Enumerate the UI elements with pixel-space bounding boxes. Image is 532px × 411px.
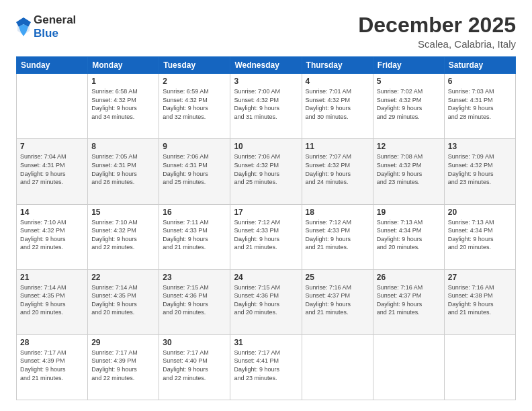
table-row: 23Sunrise: 7:15 AM Sunset: 4:36 PM Dayli… (159, 269, 230, 334)
table-row: 5Sunrise: 7:02 AM Sunset: 4:32 PM Daylig… (373, 74, 444, 139)
day-number: 26 (377, 273, 441, 282)
cell-info: Sunrise: 7:12 AM Sunset: 4:33 PM Dayligh… (306, 218, 369, 252)
calendar-week-5: 28Sunrise: 7:17 AM Sunset: 4:39 PM Dayli… (17, 334, 516, 400)
cell-info: Sunrise: 7:17 AM Sunset: 4:39 PM Dayligh… (20, 349, 84, 382)
table-row: 29Sunrise: 7:17 AM Sunset: 4:39 PM Dayli… (88, 334, 159, 400)
day-number: 7 (20, 142, 84, 151)
cell-info: Sunrise: 7:16 AM Sunset: 4:38 PM Dayligh… (448, 283, 512, 317)
day-number: 10 (234, 142, 298, 151)
title-block: December 2025 Scalea, Calabria, Italy (358, 13, 516, 50)
table-row: 30Sunrise: 7:17 AM Sunset: 4:40 PM Dayli… (159, 334, 230, 400)
cell-info: Sunrise: 7:03 AM Sunset: 4:31 PM Dayligh… (448, 87, 512, 121)
table-row: 28Sunrise: 7:17 AM Sunset: 4:39 PM Dayli… (17, 334, 88, 400)
cell-info: Sunrise: 7:12 AM Sunset: 4:33 PM Dayligh… (234, 218, 298, 252)
day-number: 19 (377, 208, 441, 217)
table-row: 22Sunrise: 7:14 AM Sunset: 4:35 PM Dayli… (88, 269, 159, 334)
day-number: 18 (306, 208, 369, 217)
cell-info: Sunrise: 7:13 AM Sunset: 4:34 PM Dayligh… (377, 218, 441, 252)
col-wednesday: Wednesday (230, 57, 302, 74)
calendar-table: Sunday Monday Tuesday Wednesday Thursday… (16, 56, 516, 400)
month-title: December 2025 (358, 13, 516, 37)
col-tuesday: Tuesday (159, 57, 230, 74)
calendar-week-3: 14Sunrise: 7:10 AM Sunset: 4:32 PM Dayli… (17, 204, 516, 269)
table-row: 18Sunrise: 7:12 AM Sunset: 4:33 PM Dayli… (302, 204, 373, 269)
table-row: 11Sunrise: 7:07 AM Sunset: 4:32 PM Dayli… (302, 139, 373, 204)
table-row: 26Sunrise: 7:16 AM Sunset: 4:37 PM Dayli… (373, 269, 444, 334)
day-number: 23 (163, 273, 226, 282)
cell-info: Sunrise: 7:14 AM Sunset: 4:35 PM Dayligh… (91, 283, 155, 317)
day-number: 17 (234, 208, 298, 217)
table-row (373, 334, 444, 400)
table-row: 7Sunrise: 7:04 AM Sunset: 4:31 PM Daylig… (17, 139, 88, 204)
page: General Blue December 2025 Scalea, Calab… (0, 0, 532, 411)
logo-general: General (34, 13, 76, 27)
logo-text: General Blue (34, 13, 76, 40)
table-row: 12Sunrise: 7:08 AM Sunset: 4:32 PM Dayli… (373, 139, 444, 204)
cell-info: Sunrise: 7:09 AM Sunset: 4:32 PM Dayligh… (448, 152, 512, 186)
day-number: 20 (448, 208, 512, 217)
day-number: 30 (163, 338, 226, 347)
table-row (17, 74, 88, 139)
logo-icon (16, 17, 31, 36)
day-number: 21 (20, 273, 84, 282)
col-saturday: Saturday (444, 57, 515, 74)
table-row: 14Sunrise: 7:10 AM Sunset: 4:32 PM Dayli… (17, 204, 88, 269)
table-row: 2Sunrise: 6:59 AM Sunset: 4:32 PM Daylig… (159, 74, 230, 139)
cell-info: Sunrise: 7:01 AM Sunset: 4:32 PM Dayligh… (306, 87, 369, 121)
calendar-week-4: 21Sunrise: 7:14 AM Sunset: 4:35 PM Dayli… (17, 269, 516, 334)
cell-info: Sunrise: 7:16 AM Sunset: 4:37 PM Dayligh… (377, 283, 441, 317)
day-number: 28 (20, 338, 84, 347)
day-number: 27 (448, 273, 512, 282)
cell-info: Sunrise: 7:00 AM Sunset: 4:32 PM Dayligh… (234, 87, 298, 121)
table-row: 27Sunrise: 7:16 AM Sunset: 4:38 PM Dayli… (444, 269, 515, 334)
day-number: 22 (91, 273, 155, 282)
day-number: 25 (306, 273, 369, 282)
day-number: 9 (163, 142, 226, 151)
calendar-week-1: 1Sunrise: 6:58 AM Sunset: 4:32 PM Daylig… (17, 74, 516, 139)
cell-info: Sunrise: 7:11 AM Sunset: 4:33 PM Dayligh… (163, 218, 226, 252)
day-number: 15 (91, 208, 155, 217)
table-row: 25Sunrise: 7:16 AM Sunset: 4:37 PM Dayli… (302, 269, 373, 334)
day-number: 14 (20, 208, 84, 217)
location: Scalea, Calabria, Italy (358, 38, 516, 50)
cell-info: Sunrise: 6:59 AM Sunset: 4:32 PM Dayligh… (163, 87, 226, 121)
table-row: 6Sunrise: 7:03 AM Sunset: 4:31 PM Daylig… (444, 74, 515, 139)
cell-info: Sunrise: 7:14 AM Sunset: 4:35 PM Dayligh… (20, 283, 84, 317)
table-row: 21Sunrise: 7:14 AM Sunset: 4:35 PM Dayli… (17, 269, 88, 334)
table-row: 16Sunrise: 7:11 AM Sunset: 4:33 PM Dayli… (159, 204, 230, 269)
table-row: 9Sunrise: 7:06 AM Sunset: 4:31 PM Daylig… (159, 139, 230, 204)
cell-info: Sunrise: 7:16 AM Sunset: 4:37 PM Dayligh… (306, 283, 369, 317)
cell-info: Sunrise: 7:15 AM Sunset: 4:36 PM Dayligh… (234, 283, 298, 317)
day-number: 2 (163, 77, 226, 86)
cell-info: Sunrise: 7:06 AM Sunset: 4:32 PM Dayligh… (234, 152, 298, 186)
col-sunday: Sunday (17, 57, 88, 74)
cell-info: Sunrise: 7:08 AM Sunset: 4:32 PM Dayligh… (377, 152, 441, 186)
day-number: 24 (234, 273, 298, 282)
day-number: 3 (234, 77, 298, 86)
calendar-header-row: Sunday Monday Tuesday Wednesday Thursday… (17, 57, 516, 74)
header: General Blue December 2025 Scalea, Calab… (16, 13, 516, 50)
day-number: 1 (91, 77, 155, 86)
col-thursday: Thursday (302, 57, 373, 74)
cell-info: Sunrise: 7:17 AM Sunset: 4:41 PM Dayligh… (234, 349, 298, 382)
logo-blue: Blue (34, 27, 76, 40)
table-row: 15Sunrise: 7:10 AM Sunset: 4:32 PM Dayli… (88, 204, 159, 269)
day-number: 6 (448, 77, 512, 86)
day-number: 16 (163, 208, 226, 217)
day-number: 29 (91, 338, 155, 347)
cell-info: Sunrise: 7:07 AM Sunset: 4:32 PM Dayligh… (306, 152, 369, 186)
cell-info: Sunrise: 7:02 AM Sunset: 4:32 PM Dayligh… (377, 87, 441, 121)
table-row: 31Sunrise: 7:17 AM Sunset: 4:41 PM Dayli… (230, 334, 302, 400)
cell-info: Sunrise: 7:13 AM Sunset: 4:34 PM Dayligh… (448, 218, 512, 252)
calendar-week-2: 7Sunrise: 7:04 AM Sunset: 4:31 PM Daylig… (17, 139, 516, 204)
table-row (302, 334, 373, 400)
table-row: 24Sunrise: 7:15 AM Sunset: 4:36 PM Dayli… (230, 269, 302, 334)
table-row: 1Sunrise: 6:58 AM Sunset: 4:32 PM Daylig… (88, 74, 159, 139)
day-number: 13 (448, 142, 512, 151)
table-row: 3Sunrise: 7:00 AM Sunset: 4:32 PM Daylig… (230, 74, 302, 139)
col-monday: Monday (88, 57, 159, 74)
table-row: 17Sunrise: 7:12 AM Sunset: 4:33 PM Dayli… (230, 204, 302, 269)
cell-info: Sunrise: 7:17 AM Sunset: 4:39 PM Dayligh… (91, 349, 155, 382)
cell-info: Sunrise: 7:04 AM Sunset: 4:31 PM Dayligh… (20, 152, 84, 186)
cell-info: Sunrise: 7:10 AM Sunset: 4:32 PM Dayligh… (20, 218, 84, 252)
